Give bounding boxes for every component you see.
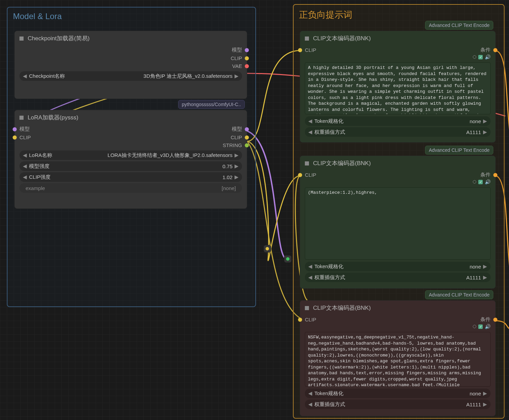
prompt-textarea[interactable]: A highly detailed 3D portrait of a young… bbox=[305, 62, 491, 114]
slot-clip-cond[interactable]: CLIP 条件 bbox=[300, 315, 495, 324]
weight-interp-widget[interactable]: ◀ 权重插值方式 A1111 ▶ bbox=[305, 127, 491, 137]
reroute-node[interactable] bbox=[264, 245, 271, 252]
output-string[interactable]: STRING bbox=[15, 141, 247, 149]
prompt-textarea[interactable]: NSFW,easynegative,ng_deepnegative_v1_75t… bbox=[305, 332, 491, 387]
node-header[interactable]: CLIP文本编码器(BNK) bbox=[300, 31, 495, 46]
node-header[interactable]: LoRA加载器(pysss) bbox=[15, 110, 247, 125]
node-icons: ✓ 🔊 bbox=[300, 324, 495, 331]
port-icon[interactable] bbox=[245, 64, 249, 68]
collapse-icon[interactable] bbox=[19, 116, 24, 120]
port-icon[interactable] bbox=[13, 127, 17, 131]
node-title: CLIP文本编码器(BNK) bbox=[313, 34, 371, 42]
chevron-left-icon[interactable]: ◀ bbox=[308, 390, 312, 396]
checkbox-icon[interactable]: ✓ bbox=[478, 180, 483, 184]
output-model[interactable]: 模型 bbox=[15, 46, 247, 54]
slot-clip-cond[interactable]: CLIP 条件 bbox=[300, 46, 495, 54]
node-checkpoint-loader[interactable]: Checkpoint加载器(简易) 模型 CLIP VAE ◀ Checkpoi… bbox=[14, 31, 247, 99]
chevron-right-icon[interactable]: ▶ bbox=[235, 73, 239, 79]
chevron-right-icon[interactable]: ▶ bbox=[235, 174, 239, 180]
example-widget[interactable]: example [none] bbox=[19, 183, 242, 193]
chevron-left-icon[interactable]: ◀ bbox=[23, 174, 27, 180]
speaker-icon[interactable]: 🔊 bbox=[485, 179, 491, 185]
node-clip-encode-positive-2[interactable]: Advanced CLIP Text Encode CLIP文本编码器(BNK)… bbox=[300, 156, 496, 289]
checkpoint-name-widget[interactable]: ◀ Checkpoint名称 3D角色IP 迪士尼风格_v2.0.safeten… bbox=[19, 71, 242, 81]
lora-name-widget[interactable]: ◀ LoRA名称 LORA抽卡无情终结者_v3D人物形象_IP2.0.safet… bbox=[19, 150, 242, 160]
checkbox-icon[interactable]: ✓ bbox=[478, 55, 483, 59]
speaker-icon[interactable]: 🔊 bbox=[485, 54, 491, 60]
output-clip[interactable]: CLIP bbox=[15, 54, 247, 62]
node-clip-encode-positive-1[interactable]: Advanced CLIP Text Encode CLIP文本编码器(BNK)… bbox=[300, 31, 496, 143]
chevron-left-icon[interactable]: ◀ bbox=[308, 263, 312, 270]
chevron-right-icon[interactable]: ▶ bbox=[483, 118, 487, 124]
chevron-right-icon[interactable]: ▶ bbox=[483, 390, 487, 396]
port-icon[interactable] bbox=[245, 135, 249, 140]
weight-interp-widget[interactable]: ◀ 权重插值方式 A1111 ▶ bbox=[305, 400, 491, 409]
chevron-left-icon[interactable]: ◀ bbox=[308, 401, 312, 407]
port-icon[interactable] bbox=[245, 127, 249, 131]
chevron-left-icon[interactable]: ◀ bbox=[23, 73, 27, 79]
port-icon[interactable] bbox=[245, 56, 249, 60]
extension-badge: Advanced CLIP Text Encode bbox=[425, 21, 493, 30]
clip-strength-widget[interactable]: ◀ CLIP强度 1.02 ▶ bbox=[19, 172, 242, 182]
token-norm-widget[interactable]: ◀ Token规格化 none ▶ bbox=[305, 389, 491, 398]
circle-icon[interactable] bbox=[473, 55, 476, 59]
collapse-icon[interactable] bbox=[305, 161, 309, 165]
weight-interp-widget[interactable]: ◀ 权重插值方式 A1111 ▶ bbox=[305, 273, 491, 282]
chevron-left-icon[interactable]: ◀ bbox=[308, 118, 312, 124]
port-icon[interactable] bbox=[298, 318, 302, 322]
slot-clip[interactable]: CLIP CLIP bbox=[15, 133, 247, 141]
collapse-icon[interactable] bbox=[19, 37, 24, 41]
model-strength-widget[interactable]: ◀ 模型强度 0.75 ▶ bbox=[19, 161, 242, 171]
circle-icon[interactable] bbox=[473, 180, 476, 184]
port-icon[interactable] bbox=[298, 173, 302, 177]
chevron-left-icon[interactable]: ◀ bbox=[308, 274, 312, 280]
extension-badge: Advanced CLIP Text Encode bbox=[425, 290, 493, 299]
node-title: CLIP文本编码器(BNK) bbox=[313, 304, 371, 312]
port-icon[interactable] bbox=[266, 247, 269, 250]
node-title: Checkpoint加载器(简易) bbox=[28, 34, 89, 42]
chevron-right-icon[interactable]: ▶ bbox=[483, 274, 487, 280]
port-icon[interactable] bbox=[493, 48, 497, 52]
node-icons: ✓ 🔊 bbox=[300, 54, 495, 61]
port-icon[interactable] bbox=[286, 257, 289, 261]
port-icon[interactable] bbox=[13, 135, 17, 140]
output-vae[interactable]: VAE bbox=[15, 62, 247, 70]
node-title: CLIP文本编码器(BNK) bbox=[313, 159, 371, 167]
chevron-right-icon[interactable]: ▶ bbox=[235, 163, 239, 169]
chevron-right-icon[interactable]: ▶ bbox=[483, 263, 487, 270]
collapse-icon[interactable] bbox=[305, 37, 309, 41]
node-lora-loader[interactable]: LoRA加载器(pysss) 模型 模型 CLIP CLIP STRING ◀ … bbox=[14, 110, 247, 209]
chevron-left-icon[interactable]: ◀ bbox=[308, 129, 312, 135]
port-icon[interactable] bbox=[245, 143, 249, 147]
extension-badge: Advanced CLIP Text Encode bbox=[425, 146, 493, 155]
reroute-node[interactable] bbox=[284, 255, 292, 263]
chevron-right-icon[interactable]: ▶ bbox=[483, 129, 487, 135]
slot-model[interactable]: 模型 模型 bbox=[15, 125, 247, 133]
node-title: LoRA加载器(pysss) bbox=[28, 114, 78, 121]
slot-clip-cond[interactable]: CLIP 条件 bbox=[300, 171, 495, 179]
checkbox-icon[interactable]: ✓ bbox=[478, 324, 483, 329]
collapse-icon[interactable] bbox=[305, 306, 309, 310]
node-clip-encode-negative[interactable]: Advanced CLIP Text Encode CLIP文本编码器(BNK)… bbox=[300, 300, 496, 416]
node-icons: ✓ 🔊 bbox=[300, 179, 495, 186]
prompt-textarea[interactable]: (Masterpiece:1.2),highres, bbox=[305, 187, 491, 260]
circle-icon[interactable] bbox=[473, 325, 476, 328]
port-icon[interactable] bbox=[298, 48, 302, 52]
node-header[interactable]: CLIP文本编码器(BNK) bbox=[300, 156, 495, 171]
node-header[interactable]: Checkpoint加载器(简易) bbox=[15, 31, 247, 46]
chevron-left-icon[interactable]: ◀ bbox=[23, 152, 27, 158]
port-icon[interactable] bbox=[493, 173, 497, 177]
port-icon[interactable] bbox=[493, 318, 497, 322]
node-header[interactable]: CLIP文本编码器(BNK) bbox=[300, 301, 495, 315]
speaker-icon[interactable]: 🔊 bbox=[485, 324, 491, 329]
token-norm-widget[interactable]: ◀ Token规格化 none ▶ bbox=[305, 116, 491, 126]
port-icon[interactable] bbox=[245, 48, 249, 52]
chevron-right-icon[interactable]: ▶ bbox=[235, 152, 239, 158]
group-title: Model & Lora bbox=[8, 8, 255, 25]
extension-badge: pythongosssss/ComfyUI-C.. bbox=[178, 100, 245, 109]
chevron-left-icon[interactable]: ◀ bbox=[23, 163, 27, 169]
chevron-right-icon[interactable]: ▶ bbox=[483, 401, 487, 407]
token-norm-widget[interactable]: ◀ Token规格化 none ▶ bbox=[305, 262, 491, 271]
